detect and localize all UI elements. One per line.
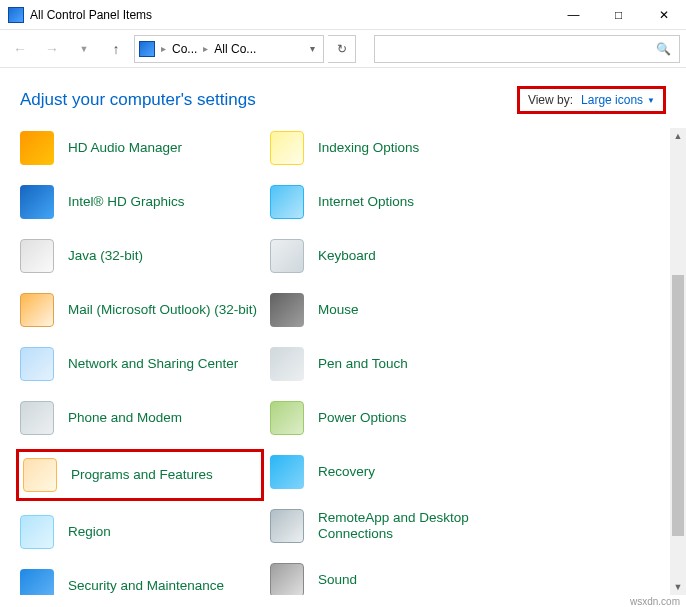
item-label: Intel® HD Graphics [68, 194, 184, 210]
mouse-icon [270, 293, 304, 327]
search-input[interactable]: 🔍 [374, 35, 680, 63]
battery-icon [270, 401, 304, 435]
audio-icon [20, 131, 54, 165]
pen-icon [270, 347, 304, 381]
item-mail[interactable]: Mail (Microsoft Outlook) (32-bit) [20, 290, 260, 330]
viewby-highlight: View by: Large icons ▼ [517, 86, 666, 114]
up-button[interactable]: ↑ [102, 35, 130, 63]
item-mouse[interactable]: Mouse [270, 290, 520, 330]
recovery-icon [270, 455, 304, 489]
item-label: RemoteApp and Desktop Connections [318, 510, 520, 542]
item-sound[interactable]: Sound [270, 560, 520, 595]
column-right: Indexing Options Internet Options Keyboa… [270, 128, 520, 595]
titlebar: All Control Panel Items — □ ✕ [0, 0, 686, 30]
item-hd-audio-manager[interactable]: HD Audio Manager [20, 128, 260, 168]
item-region[interactable]: Region [20, 512, 260, 552]
refresh-button[interactable]: ↻ [328, 35, 356, 63]
forward-button[interactable]: → [38, 35, 66, 63]
navbar: ← → ▼ ↑ ▸ Co... ▸ All Co... ▾ ↻ 🔍 [0, 30, 686, 68]
watermark: wsxdn.com [630, 596, 680, 607]
window-title: All Control Panel Items [30, 8, 152, 22]
vertical-scrollbar[interactable]: ▲ ▼ [670, 128, 686, 595]
item-network-sharing[interactable]: Network and Sharing Center [20, 344, 260, 384]
chevron-icon: ▸ [159, 43, 168, 54]
java-icon [20, 239, 54, 273]
remoteapp-icon [270, 509, 304, 543]
address-bar[interactable]: ▸ Co... ▸ All Co... ▾ [134, 35, 324, 63]
item-pen-touch[interactable]: Pen and Touch [270, 344, 520, 384]
item-internet-options[interactable]: Internet Options [270, 182, 520, 222]
breadcrumb-seg1[interactable]: Co... [172, 42, 197, 56]
programs-icon [23, 458, 57, 492]
item-intel-hd-graphics[interactable]: Intel® HD Graphics [20, 182, 260, 222]
scroll-up-arrow[interactable]: ▲ [670, 128, 686, 144]
item-label: Mail (Microsoft Outlook) (32-bit) [68, 302, 257, 318]
globe-icon [270, 185, 304, 219]
mail-icon [20, 293, 54, 327]
item-programs-features[interactable]: Programs and Features [23, 455, 257, 495]
item-indexing-options[interactable]: Indexing Options [270, 128, 520, 168]
item-java[interactable]: Java (32-bit) [20, 236, 260, 276]
control-panel-icon [8, 7, 24, 23]
search-icon: 🔍 [656, 42, 671, 56]
item-label: Region [68, 524, 111, 540]
item-label: Network and Sharing Center [68, 356, 238, 372]
item-label: Sound [318, 572, 357, 588]
scroll-track[interactable] [670, 144, 686, 579]
recent-dropdown[interactable]: ▼ [70, 35, 98, 63]
item-remoteapp[interactable]: RemoteApp and Desktop Connections [270, 506, 520, 546]
indexing-icon [270, 131, 304, 165]
back-button[interactable]: ← [6, 35, 34, 63]
item-recovery[interactable]: Recovery [270, 452, 520, 492]
maximize-button[interactable]: □ [596, 0, 641, 30]
item-label: HD Audio Manager [68, 140, 182, 156]
graphics-icon [20, 185, 54, 219]
breadcrumb-seg2[interactable]: All Co... [214, 42, 256, 56]
item-security-maintenance[interactable]: Security and Maintenance [20, 566, 260, 595]
flag-icon [20, 569, 54, 595]
item-label: Pen and Touch [318, 356, 408, 372]
item-label: Power Options [318, 410, 407, 426]
programs-features-highlight: Programs and Features [16, 449, 264, 501]
region-icon [20, 515, 54, 549]
item-label: Programs and Features [71, 467, 213, 483]
address-icon [139, 41, 155, 57]
page-title: Adjust your computer's settings [20, 90, 256, 110]
close-button[interactable]: ✕ [641, 0, 686, 30]
item-power-options[interactable]: Power Options [270, 398, 520, 438]
keyboard-icon [270, 239, 304, 273]
item-label: Recovery [318, 464, 375, 480]
item-label: Mouse [318, 302, 359, 318]
item-label: Keyboard [318, 248, 376, 264]
item-label: Indexing Options [318, 140, 419, 156]
item-label: Internet Options [318, 194, 414, 210]
item-label: Security and Maintenance [68, 578, 224, 594]
item-label: Java (32-bit) [68, 248, 143, 264]
item-phone-modem[interactable]: Phone and Modem [20, 398, 260, 438]
item-label: Phone and Modem [68, 410, 182, 426]
content-header: Adjust your computer's settings View by:… [0, 68, 686, 122]
speaker-icon [270, 563, 304, 595]
viewby-dropdown[interactable]: Large icons ▼ [581, 93, 655, 107]
column-left: HD Audio Manager Intel® HD Graphics Java… [20, 128, 260, 595]
chevron-icon: ▸ [201, 43, 210, 54]
viewby-label: View by: [528, 93, 573, 107]
scroll-down-arrow[interactable]: ▼ [670, 579, 686, 595]
scroll-thumb[interactable] [672, 275, 684, 536]
phone-icon [20, 401, 54, 435]
item-keyboard[interactable]: Keyboard [270, 236, 520, 276]
network-icon [20, 347, 54, 381]
chevron-down-icon: ▼ [647, 96, 655, 105]
address-dropdown[interactable]: ▾ [306, 43, 319, 54]
items-area: HD Audio Manager Intel® HD Graphics Java… [0, 128, 670, 595]
viewby-value: Large icons [581, 93, 643, 107]
minimize-button[interactable]: — [551, 0, 596, 30]
